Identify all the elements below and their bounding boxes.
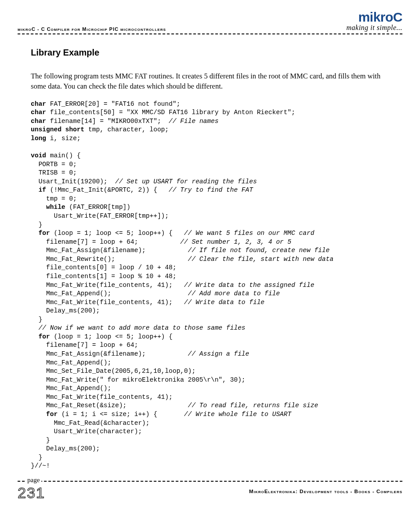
brand-logo: mikroC [346,11,402,24]
brand-tagline: making it simple... [346,24,402,32]
footer-divider [18,481,402,482]
header-divider [18,33,402,34]
header-right: mikroC making it simple... [346,11,402,32]
page-label: page [26,476,41,484]
page-content: Library Example The following program te… [18,48,402,471]
page-header: mikroC - C Compiler for Microchip PIC mi… [18,11,402,32]
footer-text: MikroElektronika: Development tools - Bo… [249,489,402,494]
code-example: char FAT_ERROR[20] = "FAT16 not found"; … [31,100,389,471]
header-left-text: mikroC - C Compiler for Microchip PIC mi… [18,26,166,32]
page-footer: page 231 MikroElektronika: Development t… [18,481,402,500]
section-title: Library Example [31,48,389,58]
body-paragraph: The following program tests MMC FAT rout… [31,71,389,91]
